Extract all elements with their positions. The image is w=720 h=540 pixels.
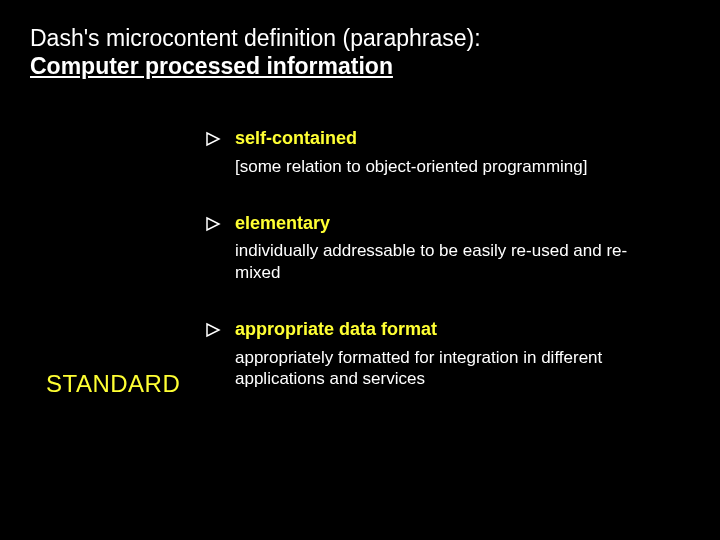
slide-title: Dash's microcontent definition (paraphra… (30, 24, 690, 53)
bullet-item: appropriate data format appropriately fo… (205, 319, 685, 389)
play-triangle-icon (205, 216, 221, 232)
bullet-list: self-contained [some relation to object-… (205, 128, 685, 425)
svg-marker-1 (207, 218, 219, 230)
bullet-row: elementary (205, 213, 685, 235)
bullet-title: appropriate data format (235, 319, 437, 341)
standard-label: STANDARD (46, 370, 180, 398)
slide-header: Dash's microcontent definition (paraphra… (30, 24, 690, 80)
slide-subtitle: Computer processed information (30, 53, 690, 80)
bullet-row: appropriate data format (205, 319, 685, 341)
play-triangle-icon (205, 322, 221, 338)
bullet-row: self-contained (205, 128, 685, 150)
svg-marker-0 (207, 133, 219, 145)
bullet-title: elementary (235, 213, 330, 235)
bullet-desc: [some relation to object-oriented progra… (235, 156, 645, 177)
slide: Dash's microcontent definition (paraphra… (0, 0, 720, 540)
bullet-item: elementary individually addressable to b… (205, 213, 685, 283)
bullet-title: self-contained (235, 128, 357, 150)
bullet-desc: individually addressable to be easily re… (235, 240, 645, 283)
svg-marker-2 (207, 324, 219, 336)
play-triangle-icon (205, 131, 221, 147)
bullet-desc: appropriately formatted for integration … (235, 347, 645, 390)
bullet-item: self-contained [some relation to object-… (205, 128, 685, 177)
